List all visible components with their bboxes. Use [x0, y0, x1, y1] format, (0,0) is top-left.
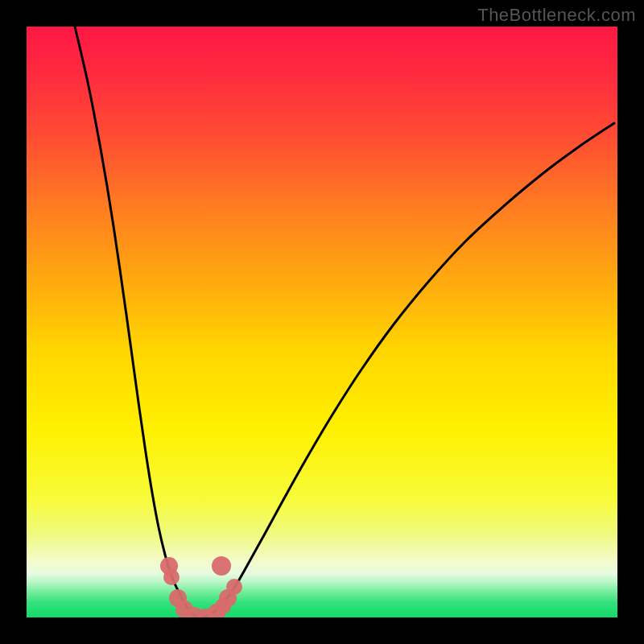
- marker-dot: [212, 556, 231, 576]
- chart-svg: [27, 27, 617, 617]
- marker-dot: [163, 569, 180, 585]
- chart-container: TheBottleneck.com: [0, 0, 644, 644]
- marker-dot: [226, 579, 242, 595]
- watermark-label: TheBottleneck.com: [477, 5, 636, 26]
- gradient-background: [27, 27, 617, 617]
- plot-area: [27, 27, 617, 617]
